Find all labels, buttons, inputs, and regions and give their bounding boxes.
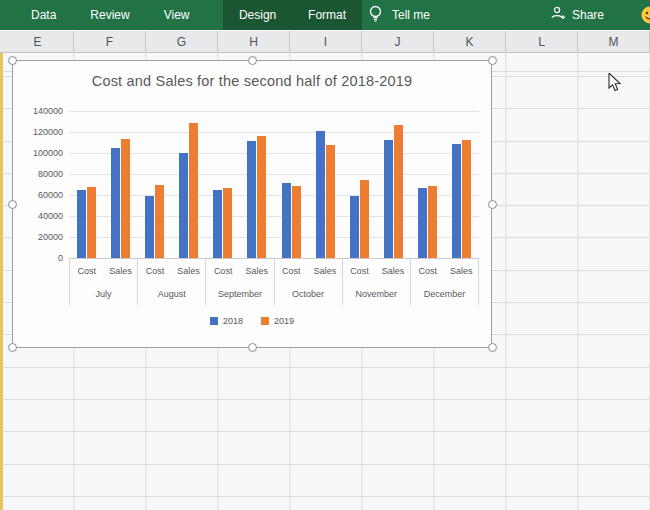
smiley-feedback-icon[interactable] — [641, 6, 650, 24]
x-axis-month-december: December — [411, 283, 478, 305]
chart-resize-handle[interactable] — [8, 343, 17, 352]
legend-label-2019: 2019 — [274, 316, 294, 326]
column-header-h[interactable]: H — [218, 31, 290, 52]
bar-2019-november-sales[interactable] — [394, 125, 403, 258]
legend-swatch-2018 — [210, 317, 218, 325]
bar-2019-october-cost[interactable] — [292, 186, 301, 258]
x-axis-label-sales: Sales — [308, 259, 342, 283]
x-axis-label-cost: Cost — [275, 259, 309, 283]
legend-item-2019[interactable]: 2019 — [261, 316, 294, 326]
bar-subgroup-august-sales — [172, 111, 206, 258]
legend-item-2018[interactable]: 2018 — [210, 316, 243, 326]
chart-x-axis[interactable]: CostSalesJulyCostSalesAugustCostSalesSep… — [69, 258, 479, 305]
adjacent-selection-edge — [0, 53, 3, 510]
bar-subgroup-november-sales — [376, 111, 410, 258]
tell-me-label: Tell me — [392, 8, 430, 22]
x-axis-label-sales: Sales — [104, 259, 138, 283]
tell-me-button[interactable]: Tell me — [368, 0, 430, 30]
bar-2018-november-cost[interactable] — [350, 196, 359, 258]
column-header-l[interactable]: L — [506, 31, 578, 52]
bar-subgroup-september-cost — [206, 111, 240, 258]
ribbon-tab-data[interactable]: Data — [14, 0, 73, 30]
bar-group-october — [274, 111, 342, 258]
chart-tools-contextual-tabs: DesignFormat — [223, 0, 362, 30]
bar-2019-august-sales[interactable] — [189, 123, 198, 258]
x-axis-group-october: CostSalesOctober — [274, 259, 342, 305]
bar-2019-september-sales[interactable] — [257, 136, 266, 258]
y-axis-tick-label[interactable]: 80000 — [13, 169, 63, 179]
bar-2018-december-cost[interactable] — [418, 188, 427, 258]
bar-subgroup-july-sales — [103, 111, 137, 258]
bar-2018-december-sales[interactable] — [452, 144, 461, 258]
column-header-g[interactable]: G — [146, 31, 218, 52]
x-axis-group-july: CostSalesJuly — [69, 259, 137, 305]
x-axis-month-july: July — [70, 283, 137, 305]
ribbon-tab-review[interactable]: Review — [73, 0, 146, 30]
bar-2019-december-sales[interactable] — [462, 140, 471, 258]
app-window: DataReviewViewHelp DesignFormat Tell me — [0, 0, 650, 510]
column-header-m[interactable]: M — [578, 31, 650, 52]
bar-subgroup-august-cost — [137, 111, 171, 258]
column-header-e[interactable]: E — [2, 31, 74, 52]
contextual-tab-design[interactable]: Design — [233, 0, 282, 30]
legend-label-2018: 2018 — [223, 316, 243, 326]
chart-resize-handle[interactable] — [8, 200, 17, 209]
ribbon: DataReviewViewHelp DesignFormat Tell me — [0, 0, 650, 30]
chart-object[interactable]: Cost and Sales for the second half of 20… — [12, 60, 492, 348]
bar-2018-august-cost[interactable] — [145, 196, 154, 258]
share-person-icon — [550, 5, 566, 25]
bar-2018-september-sales[interactable] — [247, 141, 256, 258]
column-header-k[interactable]: K — [434, 31, 506, 52]
bar-2018-september-cost[interactable] — [213, 190, 222, 258]
column-header-i[interactable]: I — [290, 31, 362, 52]
bar-group-december — [411, 111, 479, 258]
chart-resize-handle[interactable] — [248, 56, 257, 65]
bar-2018-october-cost[interactable] — [282, 183, 291, 258]
bar-2019-july-sales[interactable] — [121, 139, 130, 258]
chart-resize-handle[interactable] — [8, 56, 17, 65]
bar-2019-november-cost[interactable] — [360, 180, 369, 258]
share-button[interactable]: Share — [550, 0, 604, 30]
bar-2019-september-cost[interactable] — [223, 188, 232, 258]
bar-2018-october-sales[interactable] — [316, 131, 325, 258]
bar-2019-july-cost[interactable] — [87, 187, 96, 258]
x-axis-label-cost: Cost — [411, 259, 445, 283]
y-axis-tick-label[interactable]: 120000 — [13, 127, 63, 137]
chart-resize-handle[interactable] — [488, 56, 497, 65]
bar-2019-october-sales[interactable] — [326, 145, 335, 258]
bar-2018-july-cost[interactable] — [77, 190, 86, 258]
x-axis-month-august: August — [138, 283, 205, 305]
x-axis-label-sales: Sales — [376, 259, 410, 283]
bar-group-november — [342, 111, 410, 258]
y-axis-tick-label[interactable]: 60000 — [13, 190, 63, 200]
x-axis-group-november: CostSalesNovember — [342, 259, 410, 305]
mouse-cursor — [608, 73, 626, 97]
bar-group-july — [69, 111, 137, 258]
bar-2018-august-sales[interactable] — [179, 153, 188, 258]
y-axis-tick-label[interactable]: 100000 — [13, 148, 63, 158]
bar-2018-november-sales[interactable] — [384, 140, 393, 258]
y-axis-tick-label[interactable]: 20000 — [13, 232, 63, 242]
column-header-f[interactable]: F — [74, 31, 146, 52]
bar-subgroup-october-sales — [308, 111, 342, 258]
chart-resize-handle[interactable] — [248, 343, 257, 352]
bar-2019-august-cost[interactable] — [155, 185, 164, 259]
bar-group-september — [206, 111, 274, 258]
chart-title[interactable]: Cost and Sales for the second half of 20… — [13, 73, 491, 89]
x-axis-label-sales: Sales — [444, 259, 478, 283]
bar-2018-july-sales[interactable] — [111, 148, 120, 258]
x-axis-group-september: CostSalesSeptember — [205, 259, 273, 305]
ribbon-tab-view[interactable]: View — [147, 0, 207, 30]
column-header-j[interactable]: J — [362, 31, 434, 52]
x-axis-label-sales: Sales — [240, 259, 274, 283]
y-axis-tick-label[interactable]: 0 — [13, 253, 63, 263]
bar-2019-december-cost[interactable] — [428, 186, 437, 258]
bar-subgroup-december-sales — [445, 111, 479, 258]
y-axis-tick-label[interactable]: 40000 — [13, 211, 63, 221]
y-axis-tick-label[interactable]: 140000 — [13, 106, 63, 116]
contextual-tab-format[interactable]: Format — [302, 0, 352, 30]
chart-resize-handle[interactable] — [488, 200, 497, 209]
chart-resize-handle[interactable] — [488, 343, 497, 352]
chart-legend[interactable]: 20182019 — [13, 314, 491, 328]
bar-subgroup-october-cost — [274, 111, 308, 258]
